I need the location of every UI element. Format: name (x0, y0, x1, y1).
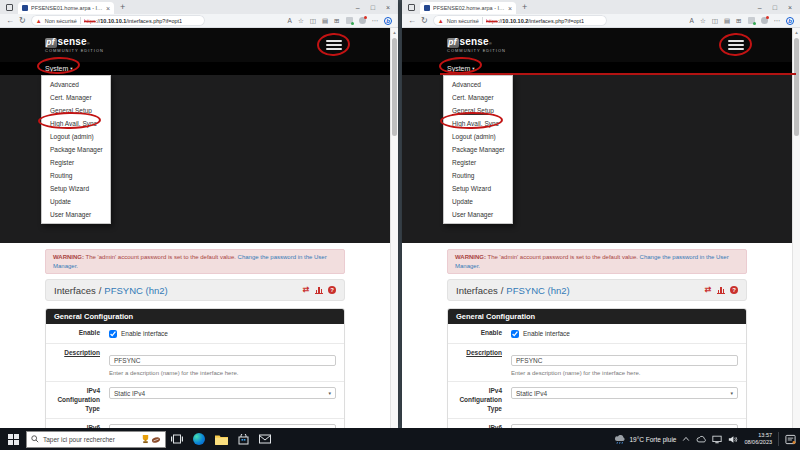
profile-avatar[interactable] (761, 17, 768, 24)
extension-icon[interactable] (748, 17, 755, 24)
extension-icon[interactable] (346, 17, 353, 24)
more-menu-icon[interactable]: ⋯ (372, 17, 379, 25)
url-text[interactable]: https://10.10.10.1/interfaces.php?if=opt… (84, 18, 182, 24)
help-icon[interactable]: ? (328, 286, 336, 294)
menu-item-register[interactable]: Register (444, 156, 512, 169)
menu-item-user-manager[interactable]: User Manager (42, 208, 110, 221)
menu-item-high-avail-sync[interactable]: High Avail. Sync (42, 117, 110, 130)
menu-item-register[interactable]: Register (42, 156, 110, 169)
favorites-bar-icon[interactable]: ▤ (724, 17, 730, 25)
read-aloud-icon[interactable]: A (288, 17, 292, 24)
security-label[interactable]: Non sécurisé (447, 18, 479, 24)
minimize-button[interactable]: – (356, 4, 360, 11)
refresh-button[interactable]: ↻ (19, 17, 26, 25)
system-menu[interactable]: System▾ (447, 65, 475, 72)
edge-taskbar-button[interactable] (188, 428, 210, 450)
tab-close-icon[interactable]: × (106, 5, 110, 12)
enable-interface-checkbox[interactable] (511, 330, 519, 338)
close-button[interactable]: × (788, 4, 792, 11)
breadcrumb-page-link[interactable]: PFSYNC (hn2) (506, 285, 569, 296)
menu-item-advanced[interactable]: Advanced (444, 78, 512, 91)
favorites-bar-icon[interactable]: ▤ (322, 17, 328, 25)
split-screen-icon[interactable]: ◫ (310, 17, 316, 25)
tab-pfsense01[interactable]: PFSENSE01.home.arpa - Interfac × (18, 2, 114, 14)
microsoft-store-button[interactable] (232, 428, 254, 450)
profile-avatar[interactable] (359, 17, 366, 24)
split-screen-icon[interactable]: ◫ (712, 17, 718, 25)
taskbar-clock[interactable]: 13:5708/06/2023 (744, 432, 772, 446)
maximize-button[interactable]: □ (773, 4, 777, 11)
scroll-up-arrow[interactable]: ▴ (391, 28, 398, 36)
scrollbar-thumb[interactable] (392, 38, 397, 136)
security-label[interactable]: Non sécurisé (45, 18, 77, 24)
related-status-icon[interactable]: ⇄ (303, 286, 310, 294)
description-input[interactable] (511, 355, 738, 366)
menu-item-logout[interactable]: Logout (admin) (444, 130, 512, 143)
pfsense-logo[interactable]: pfsense® COMMUNITY EDITION (447, 37, 506, 53)
address-bar[interactable]: ▲ Non sécurisé https://10.10.10.1/interf… (31, 15, 205, 26)
menu-item-package-manager[interactable]: Package Manager (444, 143, 512, 156)
network-icon[interactable] (712, 435, 722, 444)
menu-item-general-setup[interactable]: General Setup (42, 104, 110, 117)
task-view-button[interactable] (166, 428, 188, 450)
close-button[interactable]: × (386, 4, 390, 11)
back-button[interactable]: ← (408, 17, 416, 25)
menu-item-general-setup[interactable]: General Setup (444, 104, 512, 117)
menu-item-setup-wizard[interactable]: Setup Wizard (42, 182, 110, 195)
menu-item-advanced[interactable]: Advanced (42, 78, 110, 91)
collections-icon[interactable]: ⊞ (334, 17, 339, 25)
mail-button[interactable] (254, 428, 276, 450)
refresh-button[interactable]: ↻ (421, 17, 428, 25)
address-bar[interactable]: ▲ Non sécurisé https://10.10.10.2/interf… (433, 15, 607, 26)
ipv4-config-select[interactable]: Static IPv4▾ (109, 387, 336, 399)
menu-item-routing[interactable]: Routing (42, 169, 110, 182)
system-menu[interactable]: System▾ (45, 65, 73, 72)
notification-icon[interactable] (785, 434, 796, 445)
menu-item-routing[interactable]: Routing (444, 169, 512, 182)
scroll-up-arrow[interactable]: ▴ (793, 28, 800, 36)
page-scrollbar[interactable]: ▴ (792, 28, 800, 428)
menu-item-high-avail-sync[interactable]: High Avail. Sync (444, 117, 512, 130)
file-explorer-button[interactable] (210, 428, 232, 450)
menu-item-update[interactable]: Update (42, 195, 110, 208)
more-menu-icon[interactable]: ⋯ (774, 17, 781, 25)
enable-interface-checkbox[interactable] (109, 330, 117, 338)
menu-item-cert-manager[interactable]: Cert. Manager (444, 91, 512, 104)
new-tab-button[interactable]: + (522, 3, 527, 12)
weather-widget[interactable]: 19°C Forte pluie (614, 435, 676, 444)
page-scrollbar[interactable]: ▴ (390, 28, 398, 428)
minimize-button[interactable]: – (758, 4, 762, 11)
help-icon[interactable]: ? (730, 286, 738, 294)
start-button[interactable] (0, 428, 26, 450)
favorite-star-icon[interactable]: ☆ (298, 17, 304, 25)
ipv4-config-select[interactable]: Static IPv4▾ (511, 387, 738, 399)
menu-item-package-manager[interactable]: Package Manager (42, 143, 110, 156)
volume-icon[interactable] (728, 435, 738, 444)
related-log-icon[interactable] (717, 287, 726, 294)
breadcrumb-page-link[interactable]: PFSYNC (hn2) (104, 285, 167, 296)
favorite-star-icon[interactable]: ☆ (700, 17, 706, 25)
related-log-icon[interactable] (315, 287, 324, 294)
tab-actions-icon[interactable] (6, 4, 13, 11)
menu-item-logout[interactable]: Logout (admin) (42, 130, 110, 143)
maximize-button[interactable]: □ (371, 4, 375, 11)
description-input[interactable] (109, 355, 336, 366)
menu-item-user-manager[interactable]: User Manager (444, 208, 512, 221)
menu-item-cert-manager[interactable]: Cert. Manager (42, 91, 110, 104)
read-aloud-icon[interactable]: A (690, 17, 694, 24)
new-tab-button[interactable]: + (120, 3, 125, 12)
url-text[interactable]: https://10.10.10.2/interfaces.php?if=opt… (486, 18, 584, 24)
hamburger-menu-icon[interactable] (326, 40, 342, 50)
collections-icon[interactable]: ⊞ (736, 17, 741, 25)
menu-item-setup-wizard[interactable]: Setup Wizard (444, 182, 512, 195)
tab-pfsense02[interactable]: PFSENSE02.home.arpa - Interfac × (420, 2, 516, 14)
tab-actions-icon[interactable] (408, 4, 415, 11)
menu-item-update[interactable]: Update (444, 195, 512, 208)
back-button[interactable]: ← (6, 17, 14, 25)
related-status-icon[interactable]: ⇄ (705, 286, 712, 294)
onedrive-icon[interactable] (696, 435, 706, 443)
pfsense-logo[interactable]: pfsense® COMMUNITY EDITION (45, 37, 104, 53)
scrollbar-thumb[interactable] (794, 38, 799, 136)
hamburger-menu-icon[interactable] (728, 40, 744, 50)
bing-discover-icon[interactable]: b (384, 17, 392, 25)
